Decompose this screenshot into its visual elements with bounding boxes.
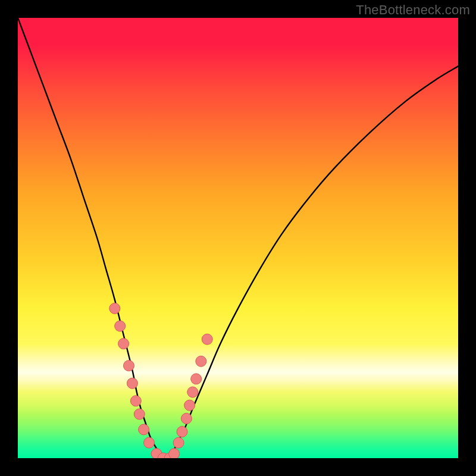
marker-group bbox=[109, 303, 212, 458]
data-marker bbox=[169, 449, 180, 458]
data-marker bbox=[118, 339, 129, 349]
data-marker bbox=[187, 387, 198, 397]
chart-svg bbox=[18, 18, 458, 458]
data-marker bbox=[109, 303, 120, 314]
data-marker bbox=[196, 356, 206, 367]
data-marker bbox=[177, 427, 187, 437]
data-marker bbox=[139, 424, 149, 435]
bottleneck-curve bbox=[18, 18, 458, 458]
data-marker bbox=[144, 437, 155, 448]
data-marker bbox=[130, 396, 141, 406]
data-marker bbox=[127, 378, 137, 389]
data-marker bbox=[184, 400, 195, 411]
data-marker bbox=[202, 334, 212, 345]
data-marker bbox=[191, 374, 202, 384]
data-marker bbox=[181, 413, 192, 424]
chart-frame: TheBottleneck.com bbox=[0, 0, 476, 476]
data-marker bbox=[173, 437, 184, 448]
watermark-text: TheBottleneck.com bbox=[356, 2, 470, 18]
data-marker bbox=[134, 409, 145, 419]
data-marker bbox=[123, 361, 134, 371]
data-marker bbox=[115, 321, 126, 331]
plot-area bbox=[18, 18, 458, 458]
